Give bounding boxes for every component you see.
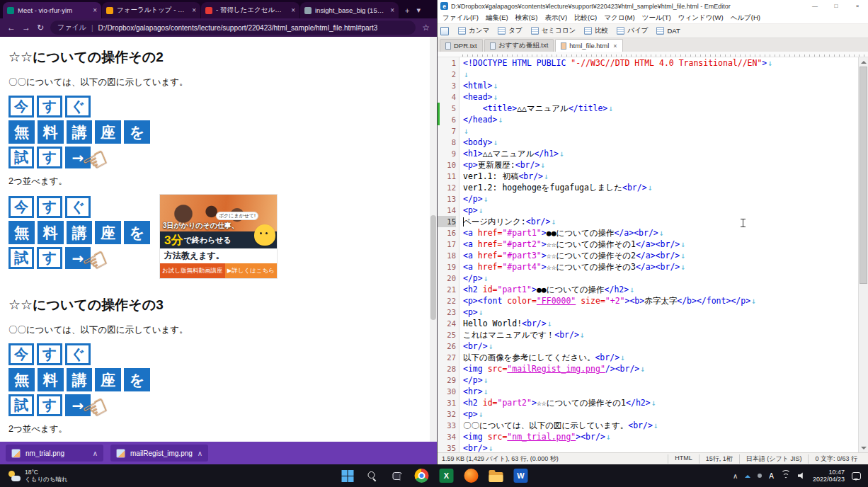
line-number[interactable]: 6: [438, 114, 456, 125]
line-number[interactable]: 32: [438, 408, 456, 420]
menu-item[interactable]: ファイル(F): [439, 13, 482, 23]
url-field[interactable]: ファイル | D:/Dropbox/galapagos/contents/lec…: [50, 21, 416, 35]
line-number[interactable]: 33: [438, 420, 456, 431]
line-number[interactable]: 27: [438, 352, 456, 363]
line-number[interactable]: 21: [438, 284, 456, 295]
line-number[interactable]: 23: [438, 306, 456, 318]
line-number[interactable]: 3: [438, 80, 456, 91]
hidden-icons-chevron[interactable]: ∧: [733, 472, 738, 480]
taskbar-clock[interactable]: 10:47 2022/04/23: [813, 469, 845, 483]
line-number[interactable]: 35: [438, 442, 456, 452]
csv-toolbar-button[interactable]: パイプ: [613, 25, 651, 38]
tray-app-icon[interactable]: [745, 472, 750, 478]
menu-item[interactable]: 検索(S): [512, 13, 542, 23]
volume-icon[interactable]: [798, 472, 806, 479]
taskbar-weather-widget[interactable]: 18°C くもりのち晴れ: [0, 469, 76, 483]
document-tab[interactable]: html_file.html×: [555, 39, 622, 52]
browser-app-button[interactable]: [413, 466, 431, 485]
reload-icon[interactable]: ↻: [37, 23, 44, 33]
line-number[interactable]: 2: [438, 69, 456, 80]
line-number[interactable]: 11: [438, 171, 456, 182]
document-tab[interactable]: おすすめ番組.txt: [484, 39, 554, 52]
editor-scrollbar[interactable]: [858, 57, 868, 452]
line-number[interactable]: 4: [438, 91, 456, 103]
tab-close-icon[interactable]: ×: [613, 42, 617, 50]
wifi-icon[interactable]: [781, 472, 791, 480]
menu-item[interactable]: 表示(V): [541, 13, 571, 23]
forward-icon[interactable]: →: [22, 23, 30, 33]
chevron-up-icon[interactable]: ∧: [93, 449, 98, 457]
line-number[interactable]: 14: [438, 205, 456, 216]
line-number[interactable]: 34: [438, 431, 456, 442]
code-pane[interactable]: <!DOCTYPE HTML PUBLIC "-//W3C//DTD HTML …: [459, 57, 858, 452]
excel-app-button[interactable]: X: [438, 466, 456, 485]
browser-scrollbar-thumb[interactable]: [430, 215, 436, 321]
word-app-button[interactable]: W: [512, 466, 530, 485]
tab-list-chevron-icon[interactable]: ▾: [416, 6, 421, 15]
browser-scrollbar[interactable]: [430, 37, 437, 442]
ime-language-indicator[interactable]: A: [769, 472, 774, 480]
maximize-button[interactable]: □: [826, 0, 847, 12]
line-number[interactable]: 24: [438, 318, 456, 329]
line-number[interactable]: 9: [438, 148, 456, 159]
line-number[interactable]: 5: [438, 103, 456, 114]
line-number[interactable]: 30: [438, 386, 456, 397]
csv-toolbar-button[interactable]: セミコロン: [527, 25, 580, 38]
line-number[interactable]: 8: [438, 137, 456, 148]
scroll-up-arrow[interactable]: [859, 57, 868, 67]
line-number[interactable]: 31: [438, 397, 456, 408]
minimize-button[interactable]: —: [804, 0, 826, 12]
file-explorer-button[interactable]: [487, 466, 506, 485]
browser-tab[interactable]: insight_base_big (1500×550)×: [300, 2, 399, 18]
csv-toolbar-button[interactable]: カンマ: [455, 25, 493, 38]
line-number[interactable]: 29: [438, 374, 456, 386]
document-mode-icon[interactable]: [440, 27, 449, 35]
line-number[interactable]: 13: [438, 193, 456, 205]
line-number[interactable]: 16: [438, 227, 456, 239]
line-number[interactable]: 26: [438, 340, 456, 352]
menu-item[interactable]: マクロ(M): [600, 13, 638, 23]
notification-center-icon[interactable]: [852, 472, 861, 480]
menu-item[interactable]: ウィンドウ(W): [675, 13, 727, 23]
csv-toolbar-button[interactable]: DAT: [653, 25, 683, 38]
back-icon[interactable]: ←: [7, 23, 16, 33]
menu-item[interactable]: ツール(T): [639, 13, 675, 23]
line-number[interactable]: 19: [438, 261, 456, 273]
line-number[interactable]: 28: [438, 363, 456, 374]
task-view-button[interactable]: [388, 466, 406, 485]
line-number[interactable]: 7: [438, 125, 456, 137]
line-number[interactable]: 10: [438, 159, 456, 171]
menu-item[interactable]: 編集(E): [482, 13, 512, 23]
csv-toolbar-button[interactable]: 比較: [581, 25, 612, 38]
search-button[interactable]: [363, 466, 382, 485]
start-button[interactable]: [338, 466, 357, 485]
close-button[interactable]: ×: [847, 0, 868, 12]
tab-close-icon[interactable]: ×: [93, 6, 97, 14]
line-number[interactable]: 18: [438, 250, 456, 261]
tab-close-icon[interactable]: ×: [291, 6, 295, 14]
tray-app-icon[interactable]: [758, 474, 762, 478]
menu-item[interactable]: 比較(C): [571, 13, 600, 23]
document-tab[interactable]: DPR.txt: [440, 39, 483, 52]
chevron-up-icon[interactable]: ∧: [198, 449, 202, 457]
line-number[interactable]: 22: [438, 295, 456, 306]
browser-tab[interactable]: - 習得したエクセルマクロを使いこな...×: [201, 2, 299, 18]
download-chip[interactable]: mailRegist_img.png∧: [110, 445, 208, 462]
new-tab-button[interactable]: +: [405, 6, 409, 15]
line-number[interactable]: 17: [438, 239, 456, 250]
line-number[interactable]: 25: [438, 329, 456, 340]
menu-item[interactable]: ヘルプ(H): [727, 13, 764, 23]
tab-close-icon[interactable]: ×: [192, 6, 196, 14]
editor-scrollbar-thumb[interactable]: [860, 67, 867, 284]
line-number[interactable]: 15: [438, 216, 456, 227]
scroll-down-arrow[interactable]: [859, 443, 868, 452]
line-number[interactable]: 1: [438, 57, 456, 69]
browser-tab[interactable]: Meet - vio-rfur-yim×: [3, 2, 101, 18]
line-number[interactable]: 20: [438, 273, 456, 284]
bookmark-star-icon[interactable]: ☆: [422, 23, 430, 33]
line-number[interactable]: 12: [438, 182, 456, 193]
orange-app-button[interactable]: [462, 466, 481, 485]
csv-toolbar-button[interactable]: タブ: [494, 25, 525, 38]
download-chip[interactable]: nm_trial.png∧: [6, 445, 103, 462]
tab-close-icon[interactable]: ×: [390, 6, 394, 14]
